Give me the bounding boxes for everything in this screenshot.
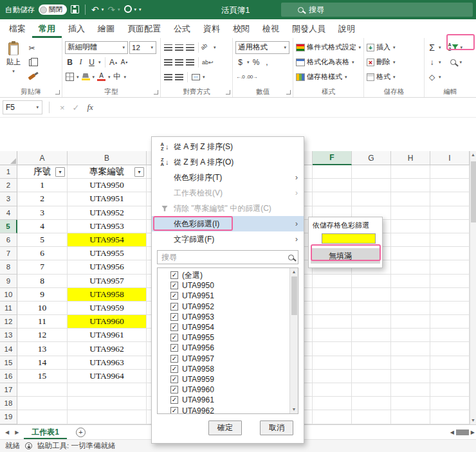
align-middle-icon[interactable]: [174, 42, 184, 53]
menu-item-sort-by-color[interactable]: 依色彩排序(T) ›: [152, 170, 304, 185]
cell-B4[interactable]: UTA9952: [68, 206, 147, 220]
italic-button[interactable]: I: [76, 57, 86, 68]
tab-檔案[interactable]: 檔案: [3, 19, 32, 38]
cell-F17[interactable]: [313, 383, 352, 397]
cell-F2[interactable]: [313, 179, 352, 192]
horizontal-scrollbar[interactable]: ◀ ▶: [450, 428, 475, 437]
row-header-3[interactable]: 3: [0, 192, 17, 206]
cell-I11[interactable]: [430, 302, 470, 315]
percent-format-icon[interactable]: %: [252, 57, 261, 68]
borders-icon[interactable]: [65, 71, 75, 83]
cell-B5[interactable]: UTA9953: [68, 220, 147, 233]
cell-H4[interactable]: [391, 206, 430, 220]
align-center-icon[interactable]: [174, 57, 184, 68]
filter-list-item[interactable]: ✓UTA9956: [170, 343, 288, 353]
cell-A6[interactable]: 5: [17, 233, 68, 247]
cell-H16[interactable]: [391, 370, 430, 383]
cell-H15[interactable]: [391, 356, 430, 370]
scrollbar-thumb[interactable]: [456, 429, 469, 435]
cell-I10[interactable]: [430, 288, 470, 302]
column-header-H[interactable]: H: [391, 151, 430, 165]
cell-F13[interactable]: [313, 329, 352, 342]
align-top-icon[interactable]: [163, 42, 173, 53]
checkbox-checked-icon[interactable]: ✓: [170, 271, 178, 279]
cell-B18[interactable]: [68, 397, 147, 410]
column-header-B[interactable]: B: [68, 151, 147, 165]
phonetic-guide-icon[interactable]: 中: [113, 71, 122, 83]
cell-B13[interactable]: UTA9961: [68, 329, 147, 342]
sheet-nav-left-icon[interactable]: ◀: [5, 429, 9, 435]
cell-H12[interactable]: [391, 315, 430, 329]
checkbox-checked-icon[interactable]: ✓: [170, 334, 178, 341]
checkbox-checked-icon[interactable]: ✓: [170, 292, 178, 300]
cell-G15[interactable]: [352, 356, 391, 370]
cell-H3[interactable]: [391, 192, 430, 206]
cell-G14[interactable]: [352, 342, 391, 356]
cell-I16[interactable]: [430, 370, 470, 383]
cell-styles-button[interactable]: 儲存格樣式▾: [296, 69, 362, 84]
add-sheet-icon[interactable]: +: [76, 428, 86, 437]
cell-I9[interactable]: [430, 275, 470, 288]
sheet-tab-active[interactable]: 工作表1: [24, 425, 67, 439]
cell-A19[interactable]: [17, 410, 68, 424]
cell-H13[interactable]: [391, 329, 430, 342]
cell-G9[interactable]: [352, 275, 391, 288]
checkbox-checked-icon[interactable]: ✓: [170, 344, 178, 352]
fill-color-icon[interactable]: [81, 71, 91, 83]
cell-A14[interactable]: 13: [17, 342, 68, 356]
cell-G11[interactable]: [352, 302, 391, 315]
cell-I4[interactable]: [430, 206, 470, 220]
cell-F19[interactable]: [313, 410, 352, 424]
cell-B9[interactable]: UTA9957: [68, 275, 147, 288]
no-fill-option[interactable]: 無填滿: [311, 248, 380, 264]
increase-font-button[interactable]: A▴: [109, 57, 118, 68]
cancel-entry-icon[interactable]: ×: [60, 103, 65, 113]
filter-list-item[interactable]: ✓UTA9958: [170, 364, 288, 374]
cell-H8[interactable]: [391, 260, 430, 274]
formula-input[interactable]: [97, 100, 476, 114]
filter-list-item[interactable]: ✓UTA9962: [170, 405, 288, 414]
orientation-icon[interactable]: ab: [199, 40, 214, 55]
row-header-9[interactable]: 9: [0, 275, 17, 288]
row-header-7[interactable]: 7: [0, 247, 17, 260]
autosum-button[interactable]: Σ: [427, 42, 437, 53]
tab-校閱[interactable]: 校閱: [226, 19, 256, 38]
scroll-left-icon[interactable]: ◀: [450, 429, 454, 435]
scroll-up-icon[interactable]: ▲: [470, 151, 476, 159]
cell-F12[interactable]: [313, 315, 352, 329]
cell-I15[interactable]: [430, 356, 470, 370]
filter-list-item[interactable]: ✓UTA9960: [170, 384, 288, 395]
checkbox-checked-icon[interactable]: ✓: [170, 407, 178, 414]
cell-A9[interactable]: 8: [17, 275, 68, 288]
undo-chevron-icon[interactable]: ▾: [102, 7, 104, 12]
scrollbar-thumb[interactable]: [291, 276, 297, 315]
cell-I8[interactable]: [430, 260, 470, 274]
row-header-4[interactable]: 4: [0, 206, 17, 220]
underline-button[interactable]: U: [87, 57, 96, 68]
checkbox-checked-icon[interactable]: ✓: [170, 375, 178, 383]
row-header-6[interactable]: 6: [0, 233, 17, 247]
row-header-19[interactable]: 19: [0, 410, 17, 424]
row-header-5[interactable]: 5: [0, 220, 17, 233]
cut-icon[interactable]: ✂: [27, 42, 37, 54]
cell-G18[interactable]: [352, 397, 391, 410]
row-header-14[interactable]: 14: [0, 342, 17, 356]
find-select-icon[interactable]: [448, 57, 458, 68]
format-cells-button[interactable]: 格式▾: [367, 69, 422, 84]
cell-A5[interactable]: 4: [17, 220, 68, 233]
quick-command-chevron-icon[interactable]: ▾: [134, 7, 137, 12]
font-size-select[interactable]: 12▾: [129, 41, 156, 54]
cell-H18[interactable]: [391, 397, 430, 410]
row-header-11[interactable]: 11: [0, 302, 17, 315]
column-header-G[interactable]: G: [352, 151, 391, 165]
filter-list-item[interactable]: ✓UTA9959: [170, 374, 288, 384]
cell-F18[interactable]: [313, 397, 352, 410]
align-right-icon[interactable]: [185, 57, 195, 68]
column-header-A[interactable]: A: [17, 151, 68, 165]
cell-A3[interactable]: 2: [17, 192, 68, 206]
row-header-16[interactable]: 16: [0, 370, 17, 383]
checkbox-checked-icon[interactable]: ✓: [170, 313, 178, 321]
cell-A18[interactable]: [17, 397, 68, 410]
scroll-down-icon[interactable]: ▼: [290, 406, 298, 413]
filter-list-item[interactable]: ✓UTA9957: [170, 354, 288, 364]
